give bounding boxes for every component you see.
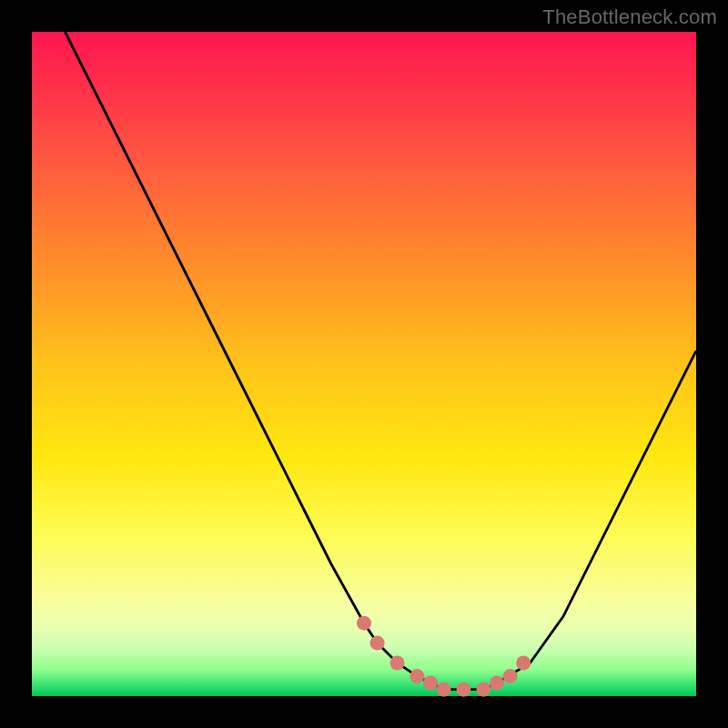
highlight-dot [490, 675, 504, 690]
plot-area [32, 32, 696, 696]
highlight-dot [437, 682, 451, 697]
highlight-dot [423, 675, 438, 690]
watermark-text: TheBottleneck.com [542, 5, 717, 29]
curve-layer [32, 32, 696, 696]
highlight-dot [503, 669, 518, 683]
highlight-dot [516, 656, 531, 671]
highlight-dots [357, 616, 531, 697]
highlight-dot [357, 616, 371, 631]
highlight-dot [476, 682, 490, 697]
highlight-dot [457, 682, 471, 697]
highlight-dot [370, 636, 385, 651]
bottleneck-curve [66, 32, 697, 690]
chart-stage: TheBottleneck.com [0, 0, 728, 728]
highlight-dot [410, 669, 424, 683]
highlight-dot [390, 656, 405, 671]
